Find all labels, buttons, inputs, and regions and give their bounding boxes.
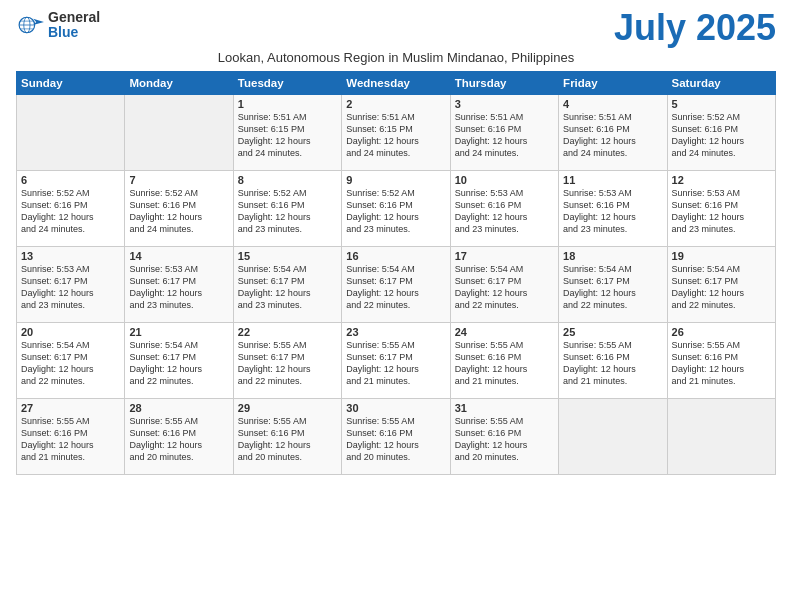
header-wednesday: Wednesday xyxy=(342,72,450,95)
day-info: Sunrise: 5:53 AM Sunset: 6:17 PM Dayligh… xyxy=(21,263,120,312)
calendar-table: Sunday Monday Tuesday Wednesday Thursday… xyxy=(16,71,776,475)
day-number: 3 xyxy=(455,98,554,110)
day-number: 1 xyxy=(238,98,337,110)
page: General Blue July 2025 Lookan, Autonomou… xyxy=(0,0,792,485)
day-info: Sunrise: 5:55 AM Sunset: 6:16 PM Dayligh… xyxy=(238,415,337,464)
week-row-3: 20Sunrise: 5:54 AM Sunset: 6:17 PM Dayli… xyxy=(17,323,776,399)
day-number: 17 xyxy=(455,250,554,262)
day-info: Sunrise: 5:51 AM Sunset: 6:15 PM Dayligh… xyxy=(346,111,445,160)
calendar-cell: 31Sunrise: 5:55 AM Sunset: 6:16 PM Dayli… xyxy=(450,399,558,475)
calendar-cell: 21Sunrise: 5:54 AM Sunset: 6:17 PM Dayli… xyxy=(125,323,233,399)
calendar-cell: 6Sunrise: 5:52 AM Sunset: 6:16 PM Daylig… xyxy=(17,171,125,247)
day-number: 20 xyxy=(21,326,120,338)
day-info: Sunrise: 5:52 AM Sunset: 6:16 PM Dayligh… xyxy=(21,187,120,236)
calendar-cell: 17Sunrise: 5:54 AM Sunset: 6:17 PM Dayli… xyxy=(450,247,558,323)
day-info: Sunrise: 5:55 AM Sunset: 6:16 PM Dayligh… xyxy=(563,339,662,388)
day-info: Sunrise: 5:54 AM Sunset: 6:17 PM Dayligh… xyxy=(672,263,771,312)
day-number: 7 xyxy=(129,174,228,186)
day-info: Sunrise: 5:55 AM Sunset: 6:17 PM Dayligh… xyxy=(346,339,445,388)
day-info: Sunrise: 5:53 AM Sunset: 6:16 PM Dayligh… xyxy=(672,187,771,236)
day-number: 31 xyxy=(455,402,554,414)
day-number: 24 xyxy=(455,326,554,338)
day-number: 13 xyxy=(21,250,120,262)
logo-blue-text: Blue xyxy=(48,25,100,40)
day-number: 9 xyxy=(346,174,445,186)
day-info: Sunrise: 5:55 AM Sunset: 6:16 PM Dayligh… xyxy=(346,415,445,464)
day-info: Sunrise: 5:53 AM Sunset: 6:17 PM Dayligh… xyxy=(129,263,228,312)
day-number: 11 xyxy=(563,174,662,186)
day-number: 29 xyxy=(238,402,337,414)
week-row-4: 27Sunrise: 5:55 AM Sunset: 6:16 PM Dayli… xyxy=(17,399,776,475)
logo: General Blue xyxy=(16,10,100,41)
calendar-cell: 10Sunrise: 5:53 AM Sunset: 6:16 PM Dayli… xyxy=(450,171,558,247)
day-info: Sunrise: 5:55 AM Sunset: 6:16 PM Dayligh… xyxy=(455,415,554,464)
logo-icon xyxy=(16,11,44,39)
day-number: 30 xyxy=(346,402,445,414)
day-number: 22 xyxy=(238,326,337,338)
header-thursday: Thursday xyxy=(450,72,558,95)
day-number: 6 xyxy=(21,174,120,186)
day-info: Sunrise: 5:55 AM Sunset: 6:16 PM Dayligh… xyxy=(129,415,228,464)
header-row: Sunday Monday Tuesday Wednesday Thursday… xyxy=(17,72,776,95)
logo-text: General Blue xyxy=(48,10,100,41)
day-number: 10 xyxy=(455,174,554,186)
day-info: Sunrise: 5:51 AM Sunset: 6:16 PM Dayligh… xyxy=(455,111,554,160)
calendar-cell: 9Sunrise: 5:52 AM Sunset: 6:16 PM Daylig… xyxy=(342,171,450,247)
calendar-cell: 7Sunrise: 5:52 AM Sunset: 6:16 PM Daylig… xyxy=(125,171,233,247)
calendar-cell: 8Sunrise: 5:52 AM Sunset: 6:16 PM Daylig… xyxy=(233,171,341,247)
calendar-cell: 22Sunrise: 5:55 AM Sunset: 6:17 PM Dayli… xyxy=(233,323,341,399)
day-number: 18 xyxy=(563,250,662,262)
calendar-cell: 13Sunrise: 5:53 AM Sunset: 6:17 PM Dayli… xyxy=(17,247,125,323)
calendar-cell: 1Sunrise: 5:51 AM Sunset: 6:15 PM Daylig… xyxy=(233,95,341,171)
calendar-cell xyxy=(17,95,125,171)
day-info: Sunrise: 5:53 AM Sunset: 6:16 PM Dayligh… xyxy=(455,187,554,236)
day-info: Sunrise: 5:54 AM Sunset: 6:17 PM Dayligh… xyxy=(455,263,554,312)
day-info: Sunrise: 5:51 AM Sunset: 6:15 PM Dayligh… xyxy=(238,111,337,160)
day-info: Sunrise: 5:54 AM Sunset: 6:17 PM Dayligh… xyxy=(346,263,445,312)
logo-general-text: General xyxy=(48,10,100,25)
day-info: Sunrise: 5:54 AM Sunset: 6:17 PM Dayligh… xyxy=(563,263,662,312)
day-number: 2 xyxy=(346,98,445,110)
calendar-cell: 30Sunrise: 5:55 AM Sunset: 6:16 PM Dayli… xyxy=(342,399,450,475)
header: General Blue July 2025 xyxy=(16,10,776,46)
calendar-cell: 20Sunrise: 5:54 AM Sunset: 6:17 PM Dayli… xyxy=(17,323,125,399)
day-info: Sunrise: 5:52 AM Sunset: 6:16 PM Dayligh… xyxy=(238,187,337,236)
day-info: Sunrise: 5:55 AM Sunset: 6:16 PM Dayligh… xyxy=(21,415,120,464)
calendar-cell: 25Sunrise: 5:55 AM Sunset: 6:16 PM Dayli… xyxy=(559,323,667,399)
calendar-cell xyxy=(559,399,667,475)
calendar-cell: 3Sunrise: 5:51 AM Sunset: 6:16 PM Daylig… xyxy=(450,95,558,171)
day-number: 21 xyxy=(129,326,228,338)
calendar-cell: 12Sunrise: 5:53 AM Sunset: 6:16 PM Dayli… xyxy=(667,171,775,247)
calendar-cell: 23Sunrise: 5:55 AM Sunset: 6:17 PM Dayli… xyxy=(342,323,450,399)
week-row-0: 1Sunrise: 5:51 AM Sunset: 6:15 PM Daylig… xyxy=(17,95,776,171)
day-number: 8 xyxy=(238,174,337,186)
day-info: Sunrise: 5:52 AM Sunset: 6:16 PM Dayligh… xyxy=(346,187,445,236)
day-info: Sunrise: 5:51 AM Sunset: 6:16 PM Dayligh… xyxy=(563,111,662,160)
calendar-cell: 4Sunrise: 5:51 AM Sunset: 6:16 PM Daylig… xyxy=(559,95,667,171)
calendar-cell: 18Sunrise: 5:54 AM Sunset: 6:17 PM Dayli… xyxy=(559,247,667,323)
header-tuesday: Tuesday xyxy=(233,72,341,95)
month-title: July 2025 xyxy=(614,10,776,46)
calendar-cell: 5Sunrise: 5:52 AM Sunset: 6:16 PM Daylig… xyxy=(667,95,775,171)
day-info: Sunrise: 5:52 AM Sunset: 6:16 PM Dayligh… xyxy=(672,111,771,160)
day-info: Sunrise: 5:53 AM Sunset: 6:16 PM Dayligh… xyxy=(563,187,662,236)
day-number: 5 xyxy=(672,98,771,110)
day-number: 25 xyxy=(563,326,662,338)
calendar-cell: 26Sunrise: 5:55 AM Sunset: 6:16 PM Dayli… xyxy=(667,323,775,399)
calendar-cell: 28Sunrise: 5:55 AM Sunset: 6:16 PM Dayli… xyxy=(125,399,233,475)
header-monday: Monday xyxy=(125,72,233,95)
header-saturday: Saturday xyxy=(667,72,775,95)
calendar-cell: 29Sunrise: 5:55 AM Sunset: 6:16 PM Dayli… xyxy=(233,399,341,475)
calendar-cell xyxy=(125,95,233,171)
calendar-cell: 2Sunrise: 5:51 AM Sunset: 6:15 PM Daylig… xyxy=(342,95,450,171)
day-number: 23 xyxy=(346,326,445,338)
day-number: 28 xyxy=(129,402,228,414)
day-info: Sunrise: 5:55 AM Sunset: 6:16 PM Dayligh… xyxy=(672,339,771,388)
calendar-cell: 14Sunrise: 5:53 AM Sunset: 6:17 PM Dayli… xyxy=(125,247,233,323)
calendar-cell: 15Sunrise: 5:54 AM Sunset: 6:17 PM Dayli… xyxy=(233,247,341,323)
calendar-cell xyxy=(667,399,775,475)
calendar-cell: 11Sunrise: 5:53 AM Sunset: 6:16 PM Dayli… xyxy=(559,171,667,247)
calendar-cell: 19Sunrise: 5:54 AM Sunset: 6:17 PM Dayli… xyxy=(667,247,775,323)
day-info: Sunrise: 5:54 AM Sunset: 6:17 PM Dayligh… xyxy=(238,263,337,312)
day-number: 15 xyxy=(238,250,337,262)
